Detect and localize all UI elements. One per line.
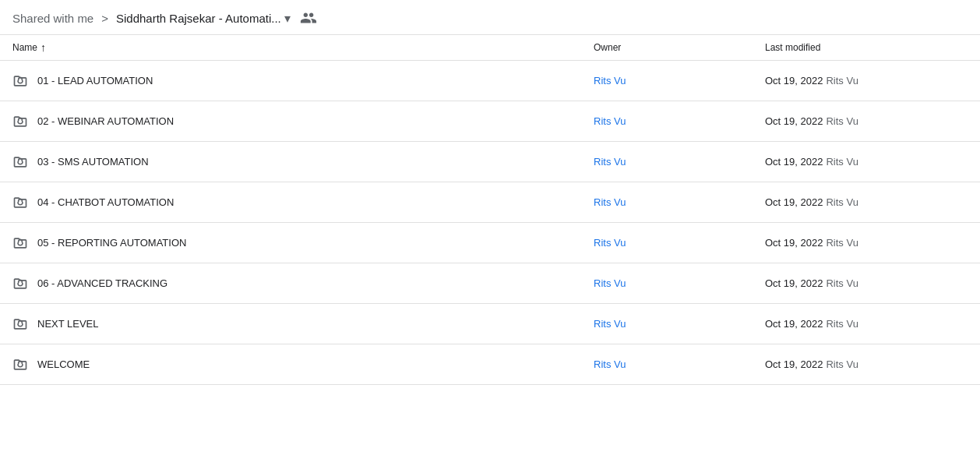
row-name-cell: WELCOME: [12, 357, 594, 372]
breadcrumb-separator: >: [101, 12, 108, 25]
row-owner-cell[interactable]: Rits Vu: [594, 318, 765, 330]
table-row[interactable]: 04 - CHATBOT AUTOMATION Rits Vu Oct 19, …: [0, 182, 980, 223]
file-table: Name ↑ Owner Last modified 01 - LEAD AUT…: [0, 35, 980, 385]
row-modified-cell: Oct 19, 2022Rits Vu: [765, 115, 968, 127]
row-owner-cell[interactable]: Rits Vu: [594, 156, 765, 168]
shared-with-me-link[interactable]: Shared with me: [12, 12, 93, 25]
folder-name: 06 - ADVANCED TRACKING: [37, 277, 167, 289]
folder-name: 03 - SMS AUTOMATION: [37, 156, 149, 168]
table-row[interactable]: WELCOME Rits Vu Oct 19, 2022Rits Vu: [0, 344, 980, 385]
folder-name: NEXT LEVEL: [37, 318, 99, 330]
row-modified-cell: Oct 19, 2022Rits Vu: [765, 358, 968, 370]
shared-folder-icon: [12, 276, 28, 291]
shared-folder-icon: [12, 357, 28, 372]
row-modified-cell: Oct 19, 2022Rits Vu: [765, 156, 968, 168]
row-owner-cell[interactable]: Rits Vu: [594, 358, 765, 370]
shared-folder-icon: [12, 316, 28, 332]
table-header-row: Name ↑ Owner Last modified: [0, 35, 980, 61]
shared-folder-icon: [12, 114, 28, 129]
row-modified-cell: Oct 19, 2022Rits Vu: [765, 318, 968, 330]
row-name-cell: 01 - LEAD AUTOMATION: [12, 73, 594, 89]
table-row[interactable]: 05 - REPORTING AUTOMATION Rits Vu Oct 19…: [0, 223, 980, 263]
column-name-label: Name: [12, 42, 37, 53]
row-modified-cell: Oct 19, 2022Rits Vu: [765, 75, 968, 86]
column-owner-label: Owner: [594, 42, 621, 53]
sort-ascending-icon: ↑: [41, 41, 46, 54]
folder-name: 01 - LEAD AUTOMATION: [37, 75, 153, 86]
row-modified-cell: Oct 19, 2022Rits Vu: [765, 277, 968, 289]
folder-name: 05 - REPORTING AUTOMATION: [37, 237, 186, 249]
shared-folder-icon: [12, 195, 28, 210]
shared-folder-icon: [12, 235, 28, 251]
row-modified-cell: Oct 19, 2022Rits Vu: [765, 196, 968, 208]
row-owner-cell[interactable]: Rits Vu: [594, 237, 765, 249]
row-owner-cell[interactable]: Rits Vu: [594, 75, 765, 86]
folder-name: 04 - CHATBOT AUTOMATION: [37, 196, 174, 208]
row-name-cell: NEXT LEVEL: [12, 316, 594, 332]
table-body: 01 - LEAD AUTOMATION Rits Vu Oct 19, 202…: [0, 61, 980, 385]
chevron-down-icon[interactable]: ▾: [284, 11, 291, 26]
row-name-cell: 02 - WEBINAR AUTOMATION: [12, 114, 594, 129]
shared-people-icon[interactable]: [300, 9, 317, 26]
row-modified-cell: Oct 19, 2022Rits Vu: [765, 237, 968, 249]
row-owner-cell[interactable]: Rits Vu: [594, 115, 765, 127]
shared-folder-icon: [12, 154, 28, 170]
folder-name: 02 - WEBINAR AUTOMATION: [37, 115, 174, 127]
current-folder-label: Siddharth Rajsekar - Automati...: [116, 12, 281, 25]
row-name-cell: 04 - CHATBOT AUTOMATION: [12, 195, 594, 210]
table-row[interactable]: NEXT LEVEL Rits Vu Oct 19, 2022Rits Vu: [0, 304, 980, 344]
row-name-cell: 05 - REPORTING AUTOMATION: [12, 235, 594, 251]
row-owner-cell[interactable]: Rits Vu: [594, 277, 765, 289]
column-header-name[interactable]: Name ↑: [12, 41, 594, 54]
table-row[interactable]: 02 - WEBINAR AUTOMATION Rits Vu Oct 19, …: [0, 101, 980, 142]
shared-folder-icon: [12, 73, 28, 89]
folder-name: WELCOME: [37, 358, 90, 370]
column-header-owner[interactable]: Owner: [594, 42, 765, 53]
column-header-modified[interactable]: Last modified: [765, 42, 968, 53]
row-name-cell: 03 - SMS AUTOMATION: [12, 154, 594, 170]
table-row[interactable]: 03 - SMS AUTOMATION Rits Vu Oct 19, 2022…: [0, 142, 980, 182]
breadcrumb: Shared with me > Siddharth Rajsekar - Au…: [0, 0, 980, 35]
current-folder-name: Siddharth Rajsekar - Automati... ▾: [116, 11, 291, 26]
table-row[interactable]: 06 - ADVANCED TRACKING Rits Vu Oct 19, 2…: [0, 263, 980, 304]
row-owner-cell[interactable]: Rits Vu: [594, 196, 765, 208]
column-modified-label: Last modified: [765, 42, 820, 53]
table-row[interactable]: 01 - LEAD AUTOMATION Rits Vu Oct 19, 202…: [0, 61, 980, 101]
row-name-cell: 06 - ADVANCED TRACKING: [12, 276, 594, 291]
